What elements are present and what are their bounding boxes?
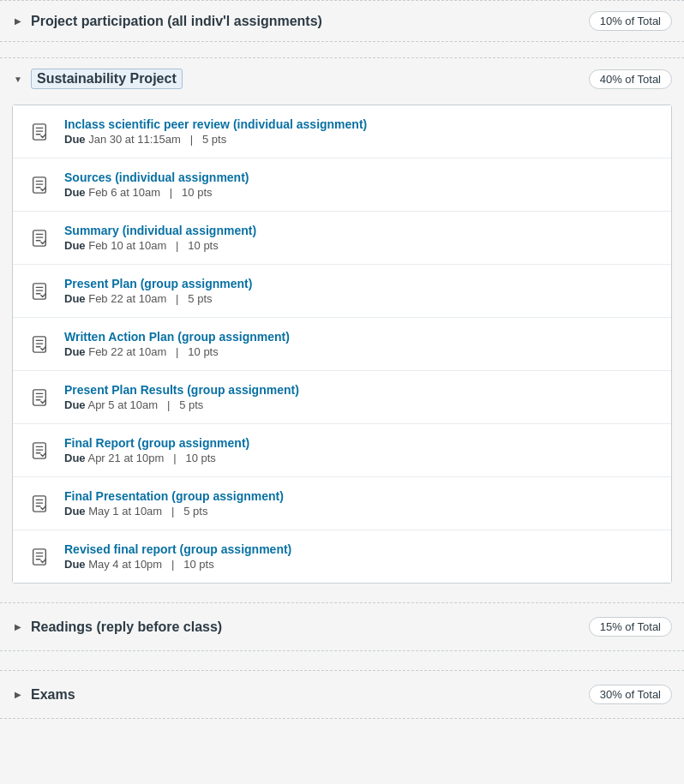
badge-exams: 30% of Total	[589, 685, 672, 704]
assignment-name[interactable]: Summary (individual assignment)	[64, 224, 657, 237]
svg-rect-32	[33, 548, 46, 564]
section-title-project-participation: Project participation (all indiv'l assig…	[31, 14, 322, 29]
assignment-name[interactable]: Revised final report (group assignment)	[64, 542, 657, 556]
assignment-name[interactable]: Written Action Plan (group assignment)	[64, 330, 657, 344]
table-row: Written Action Plan (group assignment) D…	[13, 318, 671, 371]
assignment-name[interactable]: Final Presentation (group assignment)	[64, 489, 657, 503]
assignment-meta: Due Jan 30 at 11:15am | 5 pts	[64, 133, 657, 146]
toggle-project-participation[interactable]: ▶	[12, 15, 24, 27]
section-title-sustainability-project: Sustainability Project	[31, 69, 183, 89]
assignment-meta: Due Feb 6 at 10am | 10 pts	[64, 186, 657, 199]
assignment-name[interactable]: Present Plan Results (group assignment)	[64, 383, 657, 397]
assignment-icon	[27, 225, 52, 251]
assignment-meta: Due May 4 at 10pm | 10 pts	[64, 558, 657, 571]
assignment-name[interactable]: Final Report (group assignment)	[64, 436, 657, 450]
assignment-icon	[27, 544, 52, 570]
section-sustainability-project: ▼ Sustainability Project 40% of Total In…	[0, 57, 684, 584]
badge-project-participation: 10% of Total	[589, 11, 672, 31]
table-row: Inclass scientific peer review (individu…	[13, 105, 671, 159]
svg-rect-4	[33, 177, 46, 192]
assignment-meta: Due Apr 21 at 10pm | 10 pts	[64, 452, 657, 464]
badge-readings: 15% of Total	[589, 617, 672, 637]
assignment-meta: Due Apr 5 at 10am | 5 pts	[64, 398, 657, 411]
svg-rect-12	[33, 283, 46, 298]
assignment-meta: Due Feb 22 at 10am | 10 pts	[64, 345, 657, 358]
assignments-list-sustainability: Inclass scientific peer review (individu…	[12, 105, 672, 584]
assignment-icon	[27, 438, 52, 464]
table-row: Summary (individual assignment) Due Feb …	[13, 212, 671, 265]
toggle-sustainability-project[interactable]: ▼	[12, 73, 24, 85]
table-row: Present Plan Results (group assignment) …	[13, 371, 671, 424]
section-title-readings: Readings (reply before class)	[31, 619, 222, 635]
assignment-name[interactable]: Sources (individual assignment)	[64, 171, 657, 184]
svg-rect-24	[33, 442, 46, 458]
table-row: Present Plan (group assignment) Due Feb …	[13, 265, 671, 318]
assignment-icon	[27, 491, 52, 517]
table-row: Sources (individual assignment) Due Feb …	[13, 159, 671, 212]
assignment-name[interactable]: Present Plan (group assignment)	[64, 277, 657, 290]
section-readings: ▶ Readings (reply before class) 15% of T…	[0, 602, 684, 651]
section-exams: ▶ Exams 30% of Total	[0, 670, 684, 719]
assignment-icon	[27, 172, 52, 198]
table-row: Final Presentation (group assignment) Du…	[13, 477, 671, 530]
badge-sustainability-project: 40% of Total	[589, 69, 672, 89]
section-title-exams: Exams	[31, 687, 75, 703]
assignment-meta: Due May 1 at 10am | 5 pts	[64, 505, 657, 518]
assignment-meta: Due Feb 10 at 10am | 10 pts	[64, 239, 657, 252]
assignment-meta: Due Feb 22 at 10am | 5 pts	[64, 292, 657, 305]
svg-rect-0	[33, 123, 46, 139]
table-row: Final Report (group assignment) Due Apr …	[13, 424, 671, 477]
toggle-exams[interactable]: ▶	[12, 689, 24, 701]
assignment-icon	[27, 278, 52, 304]
table-row: Revised final report (group assignment) …	[13, 530, 671, 583]
svg-rect-20	[33, 389, 46, 404]
assignment-icon	[27, 385, 52, 410]
svg-rect-16	[33, 336, 46, 351]
assignment-name[interactable]: Inclass scientific peer review (individu…	[64, 117, 657, 131]
section-project-participation: ▶ Project participation (all indiv'l ass…	[0, 0, 684, 42]
assignment-icon	[27, 119, 52, 145]
toggle-readings[interactable]: ▶	[12, 621, 24, 633]
svg-rect-8	[33, 230, 46, 245]
svg-rect-28	[33, 495, 46, 511]
assignment-icon	[27, 332, 52, 357]
